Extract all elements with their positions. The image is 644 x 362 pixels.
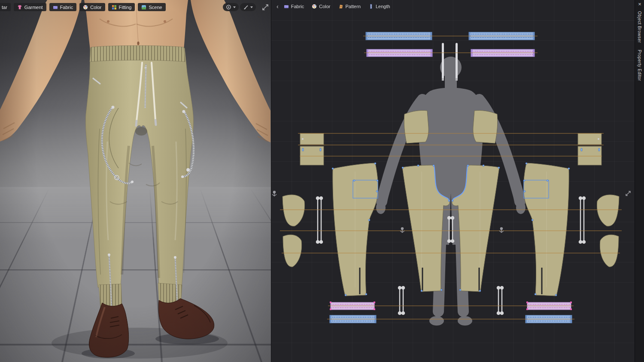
pattern-pattern-button[interactable]: Pattern bbox=[338, 4, 361, 9]
garment-icon bbox=[17, 5, 22, 10]
material-sphere-icon bbox=[226, 4, 231, 10]
fabric-icon bbox=[53, 5, 58, 10]
pattern-piece-pocket-flap-left[interactable] bbox=[300, 133, 324, 145]
pattern-length-label: Length bbox=[376, 4, 390, 9]
right-rail: × Object Browser Property Editor bbox=[635, 0, 644, 362]
color-palette-icon bbox=[312, 4, 317, 9]
pattern-fabric-label: Fabric bbox=[291, 4, 304, 9]
pattern-length-button[interactable]: Length bbox=[368, 4, 390, 9]
pattern-color-button[interactable]: Color bbox=[312, 4, 330, 9]
fitting-button-label: Fitting bbox=[119, 5, 132, 10]
garment-toolbar: tar Garment Fabric Color Fitting Scene bbox=[0, 3, 166, 11]
color-button[interactable]: Color bbox=[79, 3, 105, 11]
app-window: tar Garment Fabric Color Fitting Scene bbox=[0, 0, 644, 362]
pattern-fabric-button[interactable]: Fabric bbox=[284, 4, 304, 9]
3d-viewport[interactable]: tar Garment Fabric Color Fitting Scene bbox=[0, 0, 271, 362]
stroke-tool-dropdown[interactable] bbox=[240, 3, 256, 11]
fabric-button-label: Fabric bbox=[60, 5, 73, 10]
pattern-piece-yoke-left[interactable] bbox=[404, 110, 428, 143]
back-chevron-icon[interactable]: ‹ bbox=[276, 3, 279, 9]
body-silhouette bbox=[376, 57, 526, 326]
pattern-pattern-label: Pattern bbox=[346, 4, 361, 9]
avatar-pants[interactable] bbox=[85, 45, 194, 309]
render-mode-dropdown[interactable] bbox=[223, 3, 239, 11]
viewport-controls bbox=[223, 3, 256, 11]
chevron-down-icon bbox=[233, 6, 236, 8]
pattern-color-label: Color bbox=[319, 4, 330, 9]
pattern-toolbar: ‹ Fabric Color Pattern Length bbox=[276, 3, 390, 9]
scene-button[interactable]: Scene bbox=[138, 3, 165, 11]
tab-object-browser[interactable]: Object Browser bbox=[637, 11, 642, 43]
chevron-down-icon bbox=[250, 6, 253, 8]
fabric-button[interactable]: Fabric bbox=[49, 3, 77, 11]
pattern-piece-side-lower-right[interactable] bbox=[600, 235, 619, 267]
avatar-3d[interactable] bbox=[0, 0, 271, 362]
color-palette-icon bbox=[83, 5, 88, 10]
fabric-icon bbox=[284, 4, 289, 9]
avatar-button-label: tar bbox=[2, 5, 7, 10]
pattern-editor[interactable]: ‹ Fabric Color Pattern Length bbox=[271, 0, 635, 362]
pattern-piece-icon bbox=[338, 4, 343, 9]
pattern-piece-yoke-right[interactable] bbox=[473, 110, 498, 143]
scene-icon bbox=[141, 5, 146, 10]
fitting-icon bbox=[112, 5, 117, 10]
ruler-icon bbox=[368, 4, 374, 9]
garment-button-label: Garment bbox=[24, 5, 43, 10]
pattern-piece-side-upper-left[interactable] bbox=[283, 195, 305, 226]
scene-button-label: Scene bbox=[149, 5, 162, 10]
expand-viewport-icon[interactable] bbox=[262, 4, 269, 12]
pattern-piece-side-lower-left[interactable] bbox=[283, 235, 302, 267]
pattern-piece-side-upper-right[interactable] bbox=[597, 195, 619, 226]
fitting-button[interactable]: Fitting bbox=[108, 3, 135, 11]
avatar-button[interactable]: tar bbox=[0, 3, 11, 11]
cuff-strips[interactable] bbox=[330, 302, 572, 323]
garment-button[interactable]: Garment bbox=[14, 3, 46, 11]
close-icon[interactable]: × bbox=[635, 1, 644, 7]
tab-property-editor[interactable]: Property Editor bbox=[637, 50, 642, 81]
pen-stroke-icon bbox=[243, 4, 249, 10]
color-button-label: Color bbox=[90, 5, 101, 10]
